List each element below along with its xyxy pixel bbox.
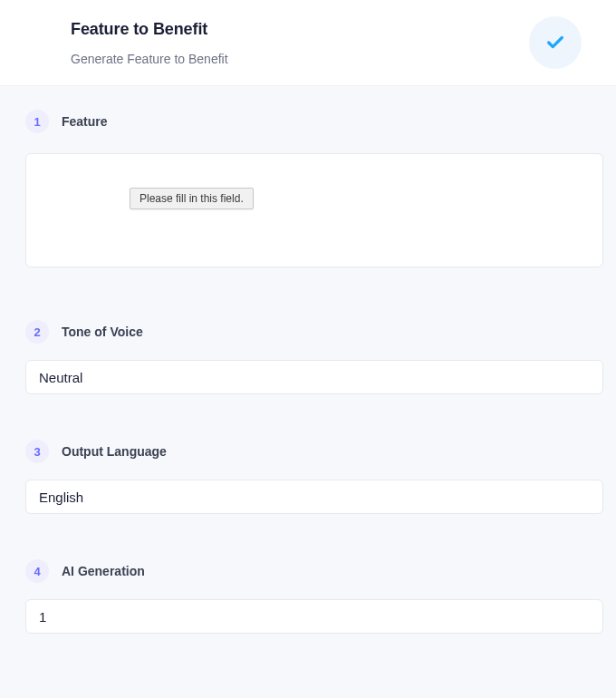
- page-title: Feature to Benefit: [71, 20, 228, 39]
- check-icon: [545, 33, 565, 53]
- language-input[interactable]: [25, 480, 603, 514]
- validation-tooltip: Please fill in this field.: [130, 188, 254, 209]
- field-group-feature: 1 Feature Please fill in this field.: [25, 110, 603, 271]
- step-number-badge: 1: [25, 110, 49, 133]
- step-number-badge: 4: [25, 559, 49, 583]
- field-label-feature: Feature: [62, 114, 108, 129]
- field-label-row: 1 Feature: [25, 110, 603, 133]
- header-text-block: Feature to Benefit Generate Feature to B…: [71, 20, 228, 66]
- header-icon-badge: [529, 16, 582, 69]
- field-label-row: 2 Tone of Voice: [25, 320, 603, 344]
- field-label-language: Output Language: [62, 444, 167, 459]
- field-label-row: 3 Output Language: [25, 440, 603, 463]
- field-label-ai-generation: AI Generation: [62, 564, 145, 578]
- tone-input[interactable]: [25, 360, 603, 394]
- field-group-language: 3 Output Language: [25, 440, 603, 514]
- page-header: Feature to Benefit Generate Feature to B…: [0, 0, 616, 86]
- field-label-tone: Tone of Voice: [62, 325, 143, 339]
- step-number-badge: 3: [25, 440, 49, 463]
- page-subtitle: Generate Feature to Benefit: [71, 52, 228, 66]
- step-number-badge: 2: [25, 320, 49, 344]
- field-group-tone: 2 Tone of Voice: [25, 320, 603, 394]
- feature-textarea-wrapper: Please fill in this field.: [25, 153, 603, 271]
- field-label-row: 4 AI Generation: [25, 559, 603, 583]
- form-content: 1 Feature Please fill in this field. 2 T…: [0, 86, 616, 634]
- field-group-ai-generation: 4 AI Generation: [25, 559, 603, 634]
- ai-generation-input[interactable]: [25, 599, 603, 634]
- feature-textarea[interactable]: [25, 153, 603, 267]
